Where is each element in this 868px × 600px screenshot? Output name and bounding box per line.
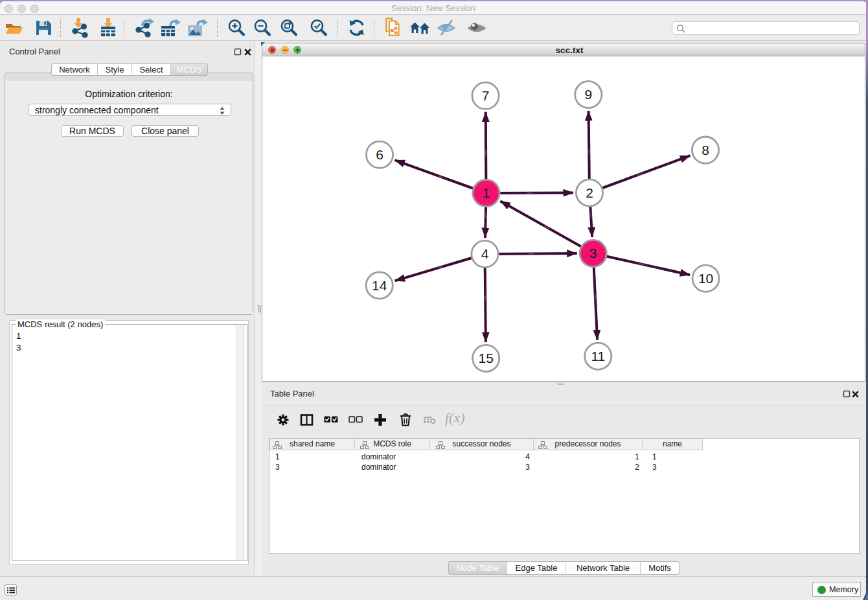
svg-text:6: 6 (376, 147, 383, 162)
svg-text:1: 1 (483, 185, 490, 200)
svg-text:14: 14 (372, 278, 387, 293)
svg-text:15: 15 (479, 351, 494, 365)
svg-text:3: 3 (589, 246, 597, 260)
svg-text:9: 9 (584, 87, 592, 102)
svg-text:2: 2 (586, 185, 593, 200)
svg-text:11: 11 (591, 349, 605, 363)
svg-text:4: 4 (481, 246, 489, 261)
svg-text:10: 10 (698, 271, 713, 286)
svg-text:8: 8 (702, 143, 709, 157)
svg-text:7: 7 (482, 88, 490, 103)
